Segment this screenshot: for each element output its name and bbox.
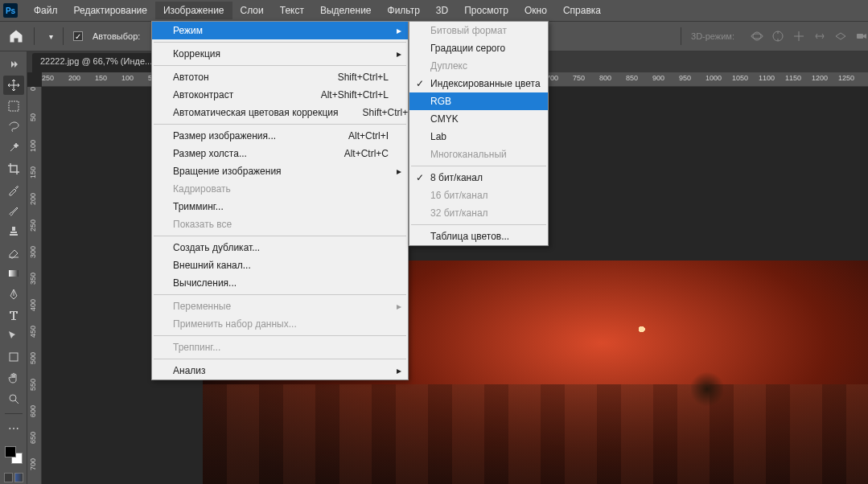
menu-analysis[interactable]: Анализ▸ bbox=[152, 362, 408, 379]
menu-duplicate[interactable]: Создать дубликат... bbox=[152, 239, 408, 256]
zoom-icon[interactable] bbox=[834, 30, 847, 43]
shape-tool[interactable] bbox=[3, 347, 24, 367]
menu-просмотр[interactable]: Просмотр bbox=[456, 2, 516, 19]
app-icon: Ps bbox=[3, 3, 18, 18]
menu-файл[interactable]: Файл bbox=[26, 2, 66, 19]
mode-cmyk[interactable]: CMYK bbox=[409, 110, 548, 128]
crop-tool[interactable] bbox=[3, 159, 24, 178]
chevron-right-icon: ▸ bbox=[397, 48, 401, 59]
zoom-tool[interactable] bbox=[3, 389, 24, 408]
menu-reveal: Показать все bbox=[152, 215, 408, 233]
menu-выделение[interactable]: Выделение bbox=[312, 2, 380, 19]
menu-canvas-size[interactable]: Размер холста...Alt+Ctrl+C bbox=[152, 145, 408, 162]
orbit-icon[interactable] bbox=[751, 30, 763, 43]
menu-apply-dataset: Применить набор данных... bbox=[152, 315, 408, 333]
menu-справка[interactable]: Справка bbox=[555, 2, 609, 19]
menu-apply-image[interactable]: Внешний канал... bbox=[152, 256, 408, 274]
document-tab-title: 22222.jpg @ 66,7% (Инде... bbox=[40, 56, 152, 66]
svg-rect-4 bbox=[9, 101, 19, 111]
menu-изображение[interactable]: Изображение bbox=[155, 2, 232, 19]
mode-submenu-dropdown: Битовый формат Градации серого Дуплекс ✓… bbox=[409, 21, 549, 246]
menu-autocontrast[interactable]: АвтоконтрастAlt+Shift+Ctrl+L bbox=[152, 86, 408, 104]
move-tool-icon[interactable]: ▾ bbox=[44, 32, 53, 41]
menu-bar: Ps ФайлРедактированиеИзображениеСлоиТекс… bbox=[0, 0, 868, 21]
expand-icon[interactable] bbox=[3, 55, 24, 74]
chevron-right-icon: ▸ bbox=[397, 365, 401, 376]
svg-rect-3 bbox=[857, 34, 863, 39]
3d-mode-icons bbox=[751, 30, 868, 43]
menu-variables: Переменные▸ bbox=[152, 297, 408, 315]
separator bbox=[5, 413, 23, 414]
mode-rgb[interactable]: RGB bbox=[409, 92, 548, 110]
gradient-tool[interactable] bbox=[3, 264, 24, 283]
stamp-tool[interactable] bbox=[3, 222, 24, 241]
menu-correction[interactable]: Коррекция▸ bbox=[152, 45, 408, 63]
chevron-right-icon: ▸ bbox=[397, 166, 401, 177]
menu-редактирование[interactable]: Редактирование bbox=[66, 2, 155, 19]
mode-color-table[interactable]: Таблица цветов... bbox=[409, 228, 548, 245]
menu-calculations[interactable]: Вычисления... bbox=[152, 274, 408, 292]
quick-mask-icon[interactable] bbox=[3, 472, 24, 483]
menu-текст[interactable]: Текст bbox=[272, 2, 312, 19]
mode-duotone: Дуплекс bbox=[409, 57, 548, 75]
check-icon: ✓ bbox=[416, 172, 424, 183]
path-tool[interactable] bbox=[3, 326, 24, 346]
chevron-right-icon: ▸ bbox=[397, 301, 401, 312]
separator bbox=[34, 27, 35, 45]
image-menu-dropdown: Режим▸ Коррекция▸ АвтотонShift+Ctrl+L Ав… bbox=[151, 21, 409, 380]
camera-icon[interactable] bbox=[855, 30, 868, 43]
separator bbox=[63, 27, 64, 45]
home-icon[interactable] bbox=[8, 28, 24, 44]
chevron-right-icon: ▸ bbox=[397, 25, 401, 36]
mode-32bit: 32 бит/канал bbox=[409, 204, 548, 222]
auto-select-label: Автовыбор: bbox=[93, 31, 140, 41]
mode-multichannel: Многоканальный bbox=[409, 146, 548, 163]
menu-слои[interactable]: Слои bbox=[232, 2, 272, 19]
wand-tool[interactable] bbox=[3, 138, 24, 158]
type-tool[interactable] bbox=[3, 306, 24, 325]
pen-tool[interactable] bbox=[3, 285, 24, 304]
eyedropper-tool[interactable] bbox=[3, 180, 24, 199]
edit-toolbar-icon[interactable]: ⋯ bbox=[3, 419, 24, 438]
mode-grayscale[interactable]: Градации серого bbox=[409, 39, 548, 57]
pan-icon[interactable] bbox=[792, 30, 805, 43]
menu-trim[interactable]: Тримминг... bbox=[152, 198, 408, 215]
menu-фильтр[interactable]: Фильтр bbox=[380, 2, 428, 19]
svg-rect-6 bbox=[10, 353, 18, 361]
color-swatches[interactable] bbox=[3, 445, 24, 466]
hand-tool[interactable] bbox=[3, 368, 24, 388]
check-icon: ✓ bbox=[416, 78, 424, 89]
menu-crop: Кадрировать bbox=[152, 180, 408, 198]
roll-icon[interactable] bbox=[771, 30, 784, 43]
mode-16bit: 16 бит/канал bbox=[409, 187, 548, 204]
separator bbox=[681, 27, 681, 45]
menu-autotone[interactable]: АвтотонShift+Ctrl+L bbox=[152, 68, 408, 86]
menu-окно[interactable]: Окно bbox=[516, 2, 555, 19]
3d-mode-label: 3D-режим: bbox=[691, 31, 734, 41]
menu-mode[interactable]: Режим▸ bbox=[152, 22, 408, 39]
lasso-tool[interactable] bbox=[3, 117, 24, 137]
auto-select-checkbox[interactable] bbox=[73, 31, 83, 41]
tool-panel: ⋯ bbox=[0, 51, 27, 484]
mode-lab[interactable]: Lab bbox=[409, 128, 548, 146]
slide-icon[interactable] bbox=[813, 30, 826, 43]
menu-rotate[interactable]: Вращение изображения▸ bbox=[152, 162, 408, 180]
mode-bitmap: Битовый формат bbox=[409, 22, 548, 39]
svg-point-7 bbox=[10, 395, 16, 401]
vertical-ruler[interactable]: 0501001502002503003504004505005506006507… bbox=[27, 87, 42, 484]
menu-trap: Треппинг... bbox=[152, 338, 408, 356]
svg-rect-5 bbox=[9, 270, 19, 277]
marquee-tool[interactable] bbox=[3, 96, 24, 116]
eraser-tool[interactable] bbox=[3, 243, 24, 262]
menu-autocolor[interactable]: Автоматическая цветовая коррекцияShift+C… bbox=[152, 104, 408, 121]
mode-indexed[interactable]: ✓Индексированные цвета bbox=[409, 75, 548, 92]
brush-tool[interactable] bbox=[3, 201, 24, 220]
move-tool[interactable] bbox=[3, 76, 24, 95]
mode-8bit[interactable]: ✓8 бит/канал bbox=[409, 169, 548, 187]
menu-image-size[interactable]: Размер изображения...Alt+Ctrl+I bbox=[152, 127, 408, 145]
menu-3d[interactable]: 3D bbox=[428, 2, 456, 19]
